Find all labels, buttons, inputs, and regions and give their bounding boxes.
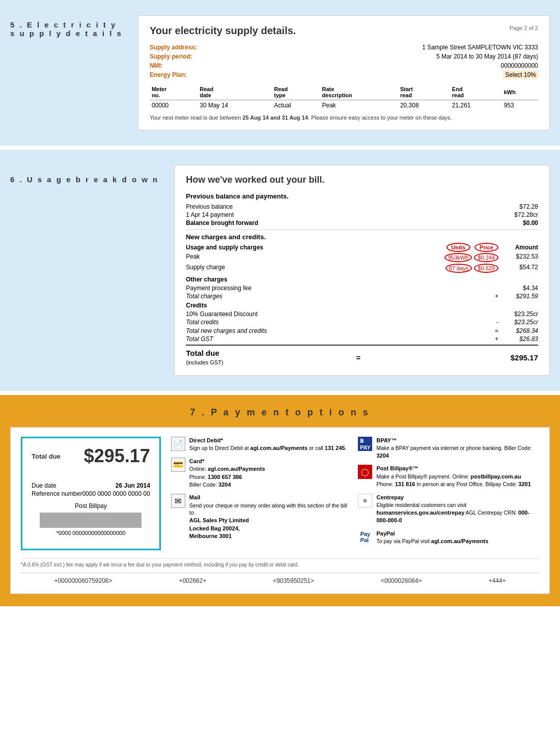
postbillpay-title: Post Billpay®™ [376,465,418,471]
total-charges-sym: + [495,293,498,300]
card-text: Card* Online: agl.com.au/PaymentsPhone: … [189,458,265,489]
section5-title: Your electricity supply details. [150,25,538,37]
section5-card: Page 2 of 2 Your electricity supply deta… [138,15,550,130]
meter-table: Meterno. Readdate Readtype Ratedescripti… [150,84,538,110]
end-read: 21,261 [450,100,502,111]
meter-row: 00000 30 May 14 Actual Peak 20,308 21,26… [150,100,538,111]
barcode-number: *0000 00000000000000000 [32,530,150,536]
read-date: 30 May 14 [198,100,272,111]
peak-row: Peak 953kWh $0.244 $232.53 [186,253,538,262]
total-new-val: $268.34 [502,327,538,334]
total-credits-sym: - [496,319,498,326]
mail-option: ✉ Mail Send your cheque or money order a… [171,494,352,540]
bpay-title: BPAY™ [376,437,397,443]
section6: 6 . U s a g e b r e a k d o w n How we'v… [0,150,560,391]
direct-debit-icon: 📄 [171,437,185,451]
direct-debit-text: Direct Debit* Sign up to Direct Debit at… [189,437,347,453]
postbillpay-option: ◯ Post Billpay®™ Make a Post Billpay® pa… [358,465,539,488]
col-read-type: Readtype [272,84,320,100]
payment-card: Total due $295.17 Due date 26 Jun 2014 R… [10,427,550,594]
mail-title: Mail [189,494,200,500]
payment-top: Total due $295.17 Due date 26 Jun 2014 R… [21,437,539,550]
post-billpay-section: Post Billpay *0000 00000000000000000 [32,502,150,536]
bottom-code-1: +000000060759206> [54,577,112,584]
total-new-sym: = [495,327,498,334]
col-read-date: Readdate [198,84,272,100]
supply-period-val: 5 Mar 2014 to 30 May 2014 (87 days) [211,52,538,61]
card-option: 💳 Card* Online: agl.com.au/PaymentsPhone… [171,458,352,489]
meter-num: 00000 [150,100,198,111]
total-charges-val: $291.59 [502,293,538,300]
postbillpay-text: Post Billpay®™ Make a Post Billpay® paym… [376,465,539,488]
kwh: 953 [502,100,538,111]
credits-label: Credits [186,302,538,309]
payment-options: 📄 Direct Debit* Sign up to Direct Debit … [171,437,539,550]
energy-plan-val: Select 10% [503,71,538,79]
mail-text: Mail Send your cheque or money order alo… [189,494,352,540]
supply-address-val: 1 Sample Street SAMPLETOWN VIC 3333 [211,43,538,52]
balance-fwd-label: Balance brought forward [186,219,258,227]
section6-title: How we've worked out your bill. [186,175,538,185]
supply-label: Supply charge [186,264,445,273]
paypal-title: PayPal [376,530,395,537]
total-charges-row: Total charges + $291.59 [186,293,538,300]
total-gst-sym: + [495,335,498,343]
page-number: Page 2 of 2 [510,25,538,31]
footnote: *A 0.6% (GST incl.) fee may apply if we … [21,558,539,568]
total-due-label: Total due (includes GST) [186,349,223,366]
new-charges-title: New charges and credits. [186,233,538,241]
price-header-wrapper: Price [474,244,498,251]
units-circle: Units [446,243,471,252]
card-title: Card* [189,458,204,464]
payment-col-right: 𝐁PAY BPAY™ Make a BPAY payment via inter… [358,437,539,550]
total-new-label: Total new charges and credits [186,327,495,334]
processing-row: Payment processing fee $4.34 [186,285,538,292]
card-icon: 💳 [171,458,185,472]
paypal-option: PayPal PayPal To pay via PayPal visit ag… [358,530,539,546]
total-credits-label: Total credits [186,319,496,326]
units-header-wrapper: Units [446,244,471,251]
supply-row: Supply charge 87 days $0.629 $54.72 [186,264,538,273]
prev-section-title: Previous balance and payments. [186,192,538,200]
paypal-icon: PayPal [358,530,372,544]
amount-header: Amount [502,244,538,251]
total-charges-label: Total charges [186,293,495,300]
peak-units: 953kWh [444,253,472,262]
due-date-label: Due date [32,482,57,489]
other-charges-label: Other charges [186,276,538,283]
prev-balance-row: Previous balance $72.28 [186,203,538,210]
due-header: Total due $295.17 [32,445,150,467]
post-billpay-label: Post Billpay [32,502,150,510]
section7: 7 . P a y m e n t o p t i o n s Total du… [0,395,560,606]
meter-note: Your next meter read is due between 25 A… [150,115,538,121]
processing-amount: $4.34 [502,285,538,292]
supply-units: 87 days [445,264,472,273]
bottom-code-4: <0000026084> [381,577,422,584]
due-label: Total due [32,453,61,460]
total-gst-label: Total GST [186,335,495,343]
usage-col-label: Usage and supply charges [186,244,446,251]
supply-address-label: Supply address: [150,43,211,52]
prev-balance-val: $72.28 [519,203,538,210]
postbillpay-icon: ◯ [358,465,372,479]
bpay-text: BPAY™ Make a BPAY payment via internet o… [376,437,539,460]
peak-label: Peak [186,253,444,262]
discount-label: 10% Guaranteed Discount [186,310,502,318]
barcode-image [40,513,142,528]
due-date-row: Due date 26 Jun 2014 [32,482,150,489]
bottom-code-3: <9035950251> [273,577,314,584]
due-amount: $295.17 [84,445,150,467]
supply-amount: $54.72 [502,264,538,273]
peak-price: $0.244 [474,253,498,262]
direct-debit-title: Direct Debit* [189,437,223,443]
centrelink-icon: ⚙ [358,494,372,508]
centrelink-option: ⚙ Centrepay Eligible residential custome… [358,494,539,525]
bottom-codes-bar: +000000060759206> +002662+ <9035950251> … [21,573,539,584]
total-new-row: Total new charges and credits = $268.34 [186,327,538,334]
peak-amount: $232.53 [502,253,538,262]
centrelink-text: Centrepay Eligible residential customers… [376,494,539,525]
total-gst-val: $26.83 [502,335,538,343]
payment-col-left: 📄 Direct Debit* Sign up to Direct Debit … [171,437,352,550]
col-meter-no: Meterno. [150,84,198,100]
payment-val: $72.28cr [514,211,538,218]
